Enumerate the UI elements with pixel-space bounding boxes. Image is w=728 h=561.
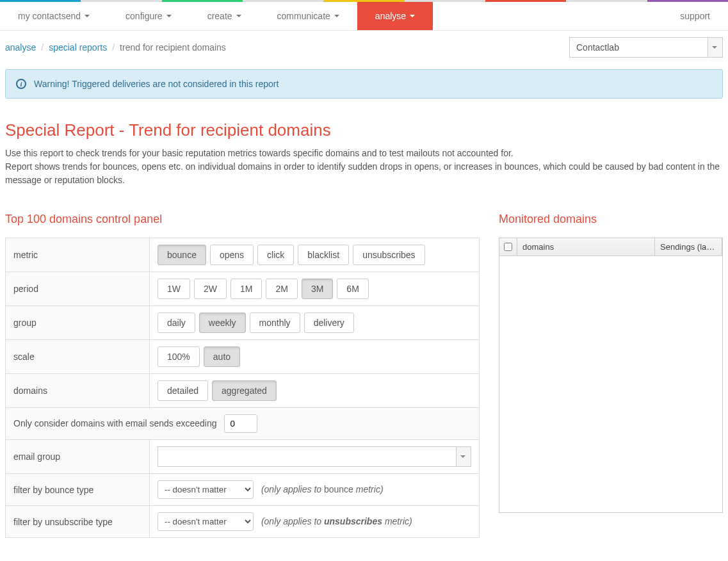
nav-label: my contactsend — [18, 11, 81, 21]
metric-bounce[interactable]: bounce — [158, 245, 206, 265]
monitored-domains-table: domains Sendings (latest… — [499, 238, 723, 513]
period-3m[interactable]: 3M — [302, 279, 333, 299]
nav-label: create — [207, 11, 232, 21]
page-desc-1: Use this report to check trends for your… — [5, 147, 723, 160]
period-2m[interactable]: 2M — [266, 279, 297, 299]
breadcrumb-sep: / — [41, 42, 44, 53]
caret-icon — [334, 15, 339, 17]
metric-unsubscribes[interactable]: unsubscribes — [353, 245, 425, 265]
metric-buttons: bounce opens click blacklist unsubscribe… — [158, 245, 471, 265]
nav-label: analyse — [375, 11, 406, 21]
group-label: group — [6, 306, 150, 340]
info-icon: i — [16, 79, 26, 89]
caret-icon — [410, 15, 415, 17]
domains-label: domains — [6, 374, 150, 408]
scale-100[interactable]: 100% — [158, 346, 200, 367]
email-group-select[interactable] — [158, 446, 471, 467]
unsub-filter-label: filter by unsubscribe type — [6, 506, 150, 538]
unsub-filter-select[interactable]: -- doesn't matter — [158, 512, 254, 531]
domains-buttons: detailed aggregated — [158, 380, 471, 401]
nav-label: communicate — [277, 11, 330, 21]
caret-icon — [166, 15, 172, 17]
col-sendings[interactable]: Sendings (latest… — [655, 238, 722, 256]
col-domains[interactable]: domains — [517, 238, 655, 256]
period-buttons: 1W 2W 1M 2M 3M 6M — [158, 279, 471, 299]
metric-opens[interactable]: opens — [210, 245, 254, 265]
threshold-input[interactable] — [224, 414, 257, 433]
period-6m[interactable]: 6M — [337, 279, 368, 299]
account-select[interactable]: Contactlab — [569, 37, 723, 58]
monitored-table-header: domains Sendings (latest… — [499, 238, 722, 256]
period-2w[interactable]: 2W — [194, 279, 227, 299]
breadcrumb-current: trend for recipient domains — [120, 42, 226, 53]
main-nav: my contactsend configure create communic… — [0, 2, 728, 31]
domains-detailed[interactable]: detailed — [158, 380, 208, 401]
warning-alert: i Warning! Triggered deliveries are not … — [5, 69, 723, 99]
monitored-heading: Monitored domains — [499, 213, 723, 226]
scale-buttons: 100% auto — [158, 346, 471, 367]
breadcrumb-sep: / — [112, 42, 115, 53]
metric-label: metric — [6, 238, 150, 272]
group-delivery[interactable]: delivery — [304, 313, 354, 333]
breadcrumb-special-reports[interactable]: special reports — [49, 42, 107, 53]
nav-analyse[interactable]: analyse — [357, 2, 433, 30]
nav-create[interactable]: create — [190, 2, 259, 30]
nav-configure[interactable]: configure — [108, 2, 190, 30]
nav-communicate[interactable]: communicate — [259, 2, 357, 30]
metric-blacklist[interactable]: blacklist — [298, 245, 349, 265]
domains-aggregated[interactable]: aggregated — [212, 380, 277, 401]
metric-click[interactable]: click — [257, 245, 294, 265]
period-label: period — [6, 272, 150, 306]
period-1m[interactable]: 1M — [231, 279, 262, 299]
nav-support[interactable]: support — [662, 2, 728, 30]
caret-icon — [236, 15, 241, 17]
bounce-filter-hint: (only applies to bounce metric) — [261, 484, 384, 494]
nav-label: configure — [125, 11, 163, 21]
unsub-filter-hint: (only applies to unsubscribes metric) — [261, 516, 412, 526]
control-panel-heading: Top 100 domains control panel — [5, 213, 480, 226]
breadcrumb-analyse[interactable]: analyse — [5, 42, 36, 53]
breadcrumb-row: analyse / special reports / trend for re… — [0, 31, 728, 64]
group-daily[interactable]: daily — [158, 313, 195, 333]
bounce-filter-select[interactable]: -- doesn't matter — [158, 480, 254, 499]
scale-auto[interactable]: auto — [204, 346, 240, 367]
caret-icon — [85, 15, 90, 17]
page-title: Special Report - Trend for recipient dom… — [5, 120, 723, 140]
scale-label: scale — [6, 340, 150, 374]
page-desc-2: Report shows trends for bounces, opens e… — [5, 160, 723, 187]
email-group-label: email group — [6, 440, 150, 474]
group-buttons: daily weekly monthly delivery — [158, 313, 471, 333]
select-all-checkbox[interactable] — [504, 243, 512, 251]
period-1w[interactable]: 1W — [158, 279, 190, 299]
threshold-label: Only consider domains with email sends e… — [13, 418, 217, 428]
bounce-filter-label: filter by bounce type — [6, 474, 150, 506]
control-panel-table: metric bounce opens click blacklist unsu… — [5, 238, 480, 538]
alert-text: Warning! Triggered deliveries are not co… — [34, 79, 279, 89]
group-monthly[interactable]: monthly — [250, 313, 300, 333]
nav-my-contactsend[interactable]: my contactsend — [0, 2, 108, 30]
nav-label: support — [680, 11, 710, 21]
monitored-table-body — [499, 256, 722, 511]
group-weekly[interactable]: weekly — [199, 313, 246, 333]
